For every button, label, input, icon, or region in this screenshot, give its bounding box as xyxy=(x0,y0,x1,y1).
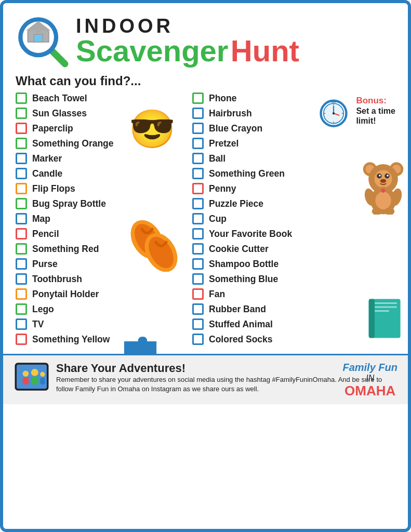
list-item: Candle xyxy=(16,168,177,179)
svg-point-34 xyxy=(375,192,391,209)
checkbox[interactable] xyxy=(16,288,27,300)
svg-rect-4 xyxy=(34,34,43,42)
scavenger-label: Scavenger xyxy=(76,34,228,68)
checkbox[interactable] xyxy=(192,273,204,285)
checklist-label: Blue Crayon xyxy=(209,123,262,134)
checklist-label: Puzzle Piece xyxy=(209,198,263,209)
checklist-label: Pencil xyxy=(32,229,59,240)
checklist-label: Your Favorite Book xyxy=(209,229,292,240)
checklist-label: Bug Spray Bottle xyxy=(32,198,106,209)
checklist-label: Rubber Band xyxy=(209,304,266,315)
checkbox[interactable] xyxy=(16,303,27,315)
checkbox[interactable] xyxy=(192,228,204,240)
checklist-label: Fan xyxy=(209,289,225,300)
checkbox[interactable] xyxy=(16,123,27,134)
list-item: Pretzel xyxy=(192,138,397,149)
checkbox[interactable] xyxy=(16,243,27,255)
svg-line-0 xyxy=(51,50,65,64)
svg-rect-43 xyxy=(375,307,397,308)
checklist-label: Something Red xyxy=(32,244,99,255)
checklist-label: Map xyxy=(32,214,50,224)
checkbox[interactable] xyxy=(192,183,204,194)
checkbox[interactable] xyxy=(16,153,27,164)
svg-point-30 xyxy=(379,175,381,177)
checklist-label: Cookie Cutter xyxy=(209,244,269,255)
list-item: Your Favorite Book xyxy=(192,228,397,240)
checkbox[interactable] xyxy=(16,108,27,119)
list-item: Something Blue xyxy=(192,273,397,285)
checkbox[interactable] xyxy=(16,198,27,209)
checkbox[interactable] xyxy=(16,228,27,240)
checkbox[interactable] xyxy=(192,92,204,104)
checklist-label: Something Yellow xyxy=(32,334,110,345)
checkbox[interactable] xyxy=(16,273,27,285)
checkbox[interactable] xyxy=(16,168,27,179)
svg-point-51 xyxy=(40,372,45,377)
list-item: Hairbrush xyxy=(192,108,397,119)
magnifier-icon xyxy=(14,12,71,70)
checkbox[interactable] xyxy=(192,258,204,270)
checklist-label: TV xyxy=(32,319,44,330)
checklist-label: Ball xyxy=(209,153,226,164)
list-item: Lego xyxy=(16,303,177,315)
checkbox[interactable] xyxy=(192,123,204,134)
svg-point-49 xyxy=(31,369,38,376)
subtitle: What can you find?... xyxy=(3,74,408,92)
list-item: Bug Spray Bottle xyxy=(16,198,177,209)
checkbox[interactable] xyxy=(192,288,204,300)
sunglasses-emoji: 😎 xyxy=(129,107,176,151)
checklist-label: Cup xyxy=(209,214,227,224)
logo-family-fun: Family Fun xyxy=(342,362,397,374)
checkbox[interactable] xyxy=(192,153,204,164)
family-fun-logo: Family Fun IN OMAHA xyxy=(342,362,397,399)
checklist-label: Something Green xyxy=(209,168,285,179)
book-icon xyxy=(366,295,405,344)
col-right: PhoneHairbrushBlue CrayonPretzelBallSome… xyxy=(177,92,397,349)
checklist-label: Ponytail Holder xyxy=(32,289,99,300)
checklist-label: Something Orange xyxy=(32,138,114,149)
checkbox[interactable] xyxy=(16,138,27,149)
checkbox[interactable] xyxy=(16,183,27,194)
header-text: INDOOR Scavenger Hunt xyxy=(76,16,299,66)
checkbox[interactable] xyxy=(192,108,204,119)
checkbox[interactable] xyxy=(16,334,27,345)
svg-rect-41 xyxy=(369,299,375,338)
list-item: Flip Flops xyxy=(16,183,177,194)
page: INDOOR Scavenger Hunt What can you find?… xyxy=(0,0,411,532)
checkbox[interactable] xyxy=(192,303,204,315)
svg-rect-44 xyxy=(375,310,389,312)
checkbox[interactable] xyxy=(16,92,27,104)
svg-rect-48 xyxy=(23,377,29,384)
checkbox[interactable] xyxy=(16,258,27,270)
scavenger-hunt-line: Scavenger Hunt xyxy=(76,36,299,66)
indoor-label: INDOOR xyxy=(76,16,299,36)
checklist-label: Purse xyxy=(32,259,58,270)
logo-omaha: OMAHA xyxy=(342,383,397,399)
svg-rect-50 xyxy=(31,377,38,384)
teddy-bear-icon xyxy=(361,160,405,217)
svg-point-47 xyxy=(23,370,29,377)
checkbox[interactable] xyxy=(192,168,204,179)
checklist-label: Toothbrush xyxy=(32,274,82,285)
svg-point-31 xyxy=(387,175,389,177)
main-content: Bonus: Set a timelimit! 😎 xyxy=(3,92,408,354)
svg-rect-52 xyxy=(40,378,45,384)
checkbox[interactable] xyxy=(192,213,204,224)
svg-rect-42 xyxy=(375,302,397,304)
header: INDOOR Scavenger Hunt xyxy=(3,3,408,74)
list-item: Beach Towel xyxy=(16,92,177,104)
checkbox[interactable] xyxy=(16,213,27,224)
hunt-label: Hunt xyxy=(231,34,299,68)
checklist-label: Marker xyxy=(32,153,62,164)
checkbox[interactable] xyxy=(192,138,204,149)
checkbox[interactable] xyxy=(192,243,204,255)
checkbox[interactable] xyxy=(192,334,204,345)
checkbox[interactable] xyxy=(192,198,204,209)
checkbox[interactable] xyxy=(16,318,27,330)
list-item: Marker xyxy=(16,153,177,164)
checklist-label: Colored Socks xyxy=(209,334,273,345)
checkbox[interactable] xyxy=(192,318,204,330)
flip-flops-icon xyxy=(127,211,179,273)
col-left: 😎 xyxy=(16,92,177,349)
checklist-label: Phone xyxy=(209,93,236,104)
